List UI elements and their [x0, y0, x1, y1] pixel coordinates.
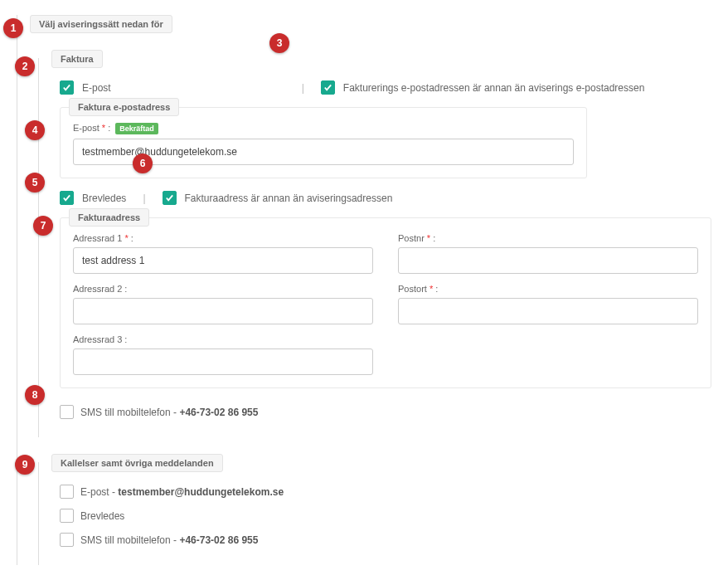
postnr-block: Postnr * : [398, 233, 698, 274]
postort-label: Postort * : [398, 284, 698, 294]
epost-label: E-post [82, 82, 111, 94]
faktura-sms-row: SMS till mobiltelefon - +46-73-02 86 955 [60, 405, 711, 419]
kallelser-brevledes-label: Brevledes [80, 510, 124, 522]
billing-email-different-label: Fakturerings e-postadressen är annan än … [343, 82, 645, 94]
invoice-address-different-label: Fakturaadress är annan än aviseringsadre… [185, 193, 393, 204]
brevledes-label: Brevledes [82, 193, 126, 204]
faktura-legend: Faktura [51, 50, 103, 68]
main-legend: Välj aviseringssätt nedan för [30, 15, 172, 33]
email-field-label: E-post * : Bekräftad [73, 123, 574, 134]
annotation-marker-6: 6 [133, 154, 153, 173]
postnr-label: Postnr * : [398, 233, 698, 243]
adressrad1-label: Adressrad 1 * : [73, 233, 373, 243]
kallelser-legend: Kallelser samt övriga meddelanden [51, 454, 223, 472]
adressrad2-label: Adressrad 2 : [73, 284, 373, 294]
brevledes-row: Brevledes | Fakturaadress är annan än av… [60, 191, 711, 205]
faktura-sms-checkbox[interactable] [60, 405, 74, 419]
postnr-input[interactable] [398, 247, 698, 274]
epost-checkbox[interactable] [60, 80, 74, 95]
separator: | [302, 82, 304, 94]
annotation-marker-2: 2 [15, 56, 35, 76]
separator: | [143, 193, 145, 204]
faktura-email-legend: Faktura e-postadress [69, 98, 179, 116]
invoice-address-different-checkbox[interactable] [163, 191, 177, 205]
faktura-address-legend: Fakturaadress [69, 208, 149, 227]
adressrad2-input[interactable] [73, 298, 373, 324]
confirmed-badge: Bekräftad [115, 123, 158, 134]
adressrad3-block: Adressrad 3 : [73, 334, 373, 375]
kallelser-epost-label: E-post - testmember@huddungetelekom.se [80, 486, 284, 498]
adressrad1-block: Adressrad 1 * : [73, 233, 373, 274]
adressrad1-input[interactable] [73, 247, 373, 274]
kallelser-section: Kallelser samt övriga meddelanden E-post… [38, 462, 711, 565]
kallelser-sms-row: SMS till mobiltelefon - +46-73-02 86 955 [60, 533, 711, 547]
annotation-marker-3: 3 [269, 33, 289, 53]
faktura-address-fieldset: Fakturaadress Adressrad 1 * : Postnr * :… [60, 217, 711, 388]
annotation-marker-1: 1 [3, 18, 23, 38]
kallelser-sms-label: SMS till mobiltelefon - +46-73-02 86 955 [80, 534, 258, 546]
annotation-marker-5: 5 [25, 173, 45, 193]
annotation-marker-9: 9 [15, 455, 35, 475]
faktura-section: Faktura E-post | Fakturerings e-postadre… [38, 58, 711, 437]
annotation-marker-4: 4 [25, 120, 45, 140]
kallelser-epost-row: E-post - testmember@huddungetelekom.se [60, 485, 711, 499]
postort-input[interactable] [398, 298, 698, 324]
kallelser-sms-checkbox[interactable] [60, 533, 74, 547]
postort-block: Postort * : [398, 284, 698, 324]
adressrad3-label: Adressrad 3 : [73, 334, 373, 344]
adressrad3-input[interactable] [73, 348, 373, 375]
notification-settings-group: Välj aviseringssätt nedan för Faktura E-… [17, 15, 711, 565]
epost-row: E-post | Fakturerings e-postadressen är … [60, 80, 711, 95]
billing-email-different-checkbox[interactable] [321, 80, 335, 95]
adressrad2-block: Adressrad 2 : [73, 284, 373, 324]
kallelser-brevledes-row: Brevledes [60, 509, 711, 523]
annotation-marker-7: 7 [33, 216, 53, 236]
brevledes-checkbox[interactable] [60, 191, 74, 205]
kallelser-epost-checkbox[interactable] [60, 485, 74, 499]
kallelser-brevledes-checkbox[interactable] [60, 509, 74, 523]
faktura-sms-label: SMS till mobiltelefon - +46-73-02 86 955 [80, 407, 258, 418]
annotation-marker-8: 8 [25, 385, 45, 405]
